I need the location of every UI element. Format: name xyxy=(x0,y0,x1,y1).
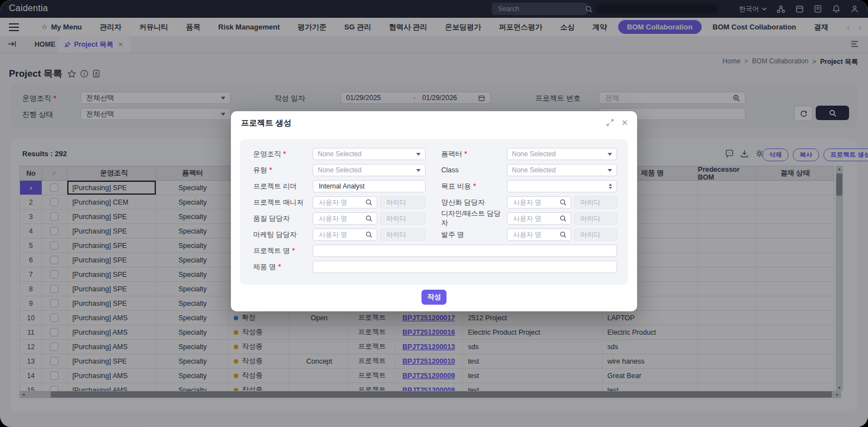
chevron-down-icon xyxy=(416,153,421,156)
field-design-test-label: 디자인/테스트 담당자 xyxy=(426,212,507,225)
field-orderer-label: 발주 명 xyxy=(426,229,507,241)
field-marketing-label: 마케팅 담당자 xyxy=(253,229,313,241)
mass-prod-id-input xyxy=(574,196,617,208)
modal-title: 프로젝트 생성 xyxy=(241,118,292,128)
field-org-label: 운영조직 xyxy=(253,148,313,160)
project-leader-value[interactable] xyxy=(318,182,421,191)
field-class-label: Class xyxy=(426,164,507,176)
orderer-name-input[interactable] xyxy=(507,229,571,241)
create-project-modal: 프로젝트 생성 ✕ 운영조직 None Selected 폼팩터 None Se… xyxy=(231,111,637,311)
manager-id-input xyxy=(380,196,426,208)
project-name-input[interactable] xyxy=(313,245,617,257)
chevron-down-icon xyxy=(416,169,421,172)
design-test-id-input xyxy=(574,212,617,225)
user-search-icon[interactable] xyxy=(560,215,566,222)
class-select[interactable]: None Selected xyxy=(507,164,617,176)
design-test-name-input[interactable] xyxy=(507,212,571,225)
marketing-id-input xyxy=(380,229,426,241)
number-stepper-icon[interactable] xyxy=(609,183,612,189)
type-select[interactable]: None Selected xyxy=(313,164,426,176)
user-search-icon[interactable] xyxy=(366,231,372,238)
user-search-icon[interactable] xyxy=(366,199,372,206)
quality-name-input[interactable] xyxy=(313,212,377,225)
user-search-icon[interactable] xyxy=(560,199,566,206)
org-select[interactable]: None Selected xyxy=(313,148,426,160)
product-name-input[interactable] xyxy=(313,261,617,273)
modal-form: 운영조직 None Selected 폼팩터 None Selected 유형 … xyxy=(240,139,628,285)
user-search-icon[interactable] xyxy=(366,215,372,222)
chevron-down-icon xyxy=(608,153,612,156)
close-modal-icon[interactable]: ✕ xyxy=(621,118,628,127)
project-leader-input[interactable] xyxy=(313,180,426,192)
form-factor-select[interactable]: None Selected xyxy=(507,148,617,160)
field-project-name-label: 프로젝트 명 xyxy=(253,245,313,257)
manager-name-input[interactable] xyxy=(313,196,377,208)
field-product-name-label: 제품 명 xyxy=(253,261,313,273)
product-name-value[interactable] xyxy=(318,262,612,271)
mass-prod-name-input[interactable] xyxy=(507,196,571,208)
submit-create-button[interactable]: 작성 xyxy=(422,290,447,305)
user-search-icon[interactable] xyxy=(560,231,566,238)
field-mass-prod-label: 양산화 담당자 xyxy=(426,196,507,208)
quality-id-input xyxy=(380,212,426,225)
marketing-name-input[interactable] xyxy=(313,229,377,241)
orderer-id-input xyxy=(574,229,617,241)
field-target-cost-label: 목표 비용 xyxy=(426,180,507,192)
target-cost-value[interactable] xyxy=(512,182,609,191)
app-window: Caidentia 한국어 ☆ My Menu xyxy=(0,0,868,427)
target-cost-input[interactable] xyxy=(507,180,617,192)
field-leader-label: 프로젝트 리더 xyxy=(253,180,313,192)
project-name-value[interactable] xyxy=(318,246,612,255)
field-manager-label: 프로젝트 매니저 xyxy=(253,196,313,208)
chevron-down-icon xyxy=(608,169,612,172)
field-form-factor-label: 폼팩터 xyxy=(426,148,507,160)
field-quality-label: 품질 담당자 xyxy=(253,212,313,225)
expand-modal-icon[interactable] xyxy=(606,119,614,126)
field-type-label: 유형 xyxy=(253,164,313,176)
